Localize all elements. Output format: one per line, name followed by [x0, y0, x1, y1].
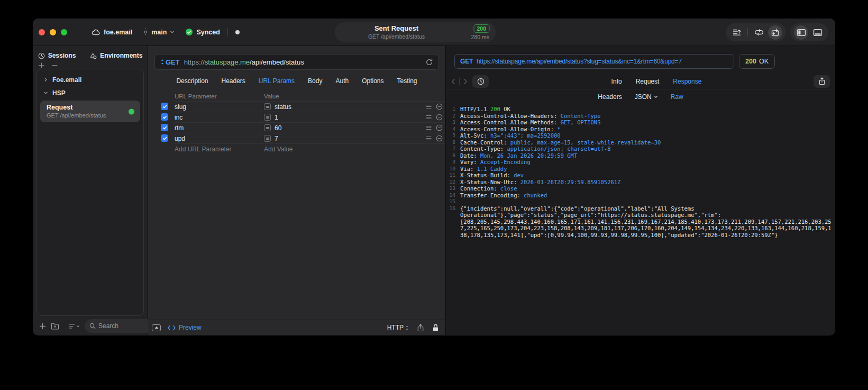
share-icon[interactable]	[417, 324, 424, 332]
request-editor-tab[interactable]: Options	[362, 77, 383, 85]
add-param-name-placeholder[interactable]: Add URL Parameter	[175, 146, 264, 153]
response-url[interactable]: https://statuspage.me/api/embed/status?s…	[477, 58, 682, 65]
add-request-icon[interactable]	[39, 323, 46, 330]
lock-icon[interactable]	[432, 324, 439, 332]
request-editor-tab[interactable]: URL Params	[259, 77, 295, 85]
export-response-icon[interactable]	[814, 75, 830, 88]
response-header-line: 4 Access-Control-Allow-Origin: *	[446, 126, 832, 133]
remove-param-icon[interactable]	[436, 103, 443, 110]
request-editor-tab[interactable]: Testing	[397, 77, 417, 85]
tab-sessions[interactable]: Sessions	[38, 52, 76, 59]
header-value: Accept-Encoding	[480, 159, 531, 165]
response-subtab[interactable]: JSON	[635, 93, 658, 101]
drag-handle-icon[interactable]	[426, 115, 432, 120]
unsaved-indicator-dot	[235, 30, 240, 34]
chevron-right-icon	[43, 77, 48, 82]
param-row[interactable]: upd 7	[148, 133, 445, 143]
sent-request-url-box[interactable]: GET https://statuspage.me/api/embed/stat…	[454, 54, 734, 69]
param-name[interactable]: upd	[175, 135, 264, 142]
param-enabled-checkbox[interactable]	[161, 103, 168, 110]
params-rows: slug status inc 1	[148, 101, 445, 143]
footer-right-controls: HTTP	[387, 324, 439, 332]
project-switcher[interactable]: foe.email	[92, 29, 132, 36]
drag-handle-icon[interactable]	[426, 136, 432, 141]
tab-environments[interactable]: Environments	[89, 52, 142, 59]
previous-response-icon[interactable]	[451, 78, 455, 85]
remove-param-icon[interactable]	[436, 135, 443, 142]
param-enabled-checkbox[interactable]	[161, 124, 168, 131]
header-value: chunked	[524, 192, 547, 198]
params-header-row: URL Parameter Value	[148, 92, 445, 101]
session-add-remove	[33, 61, 148, 69]
response-json-text: {"incidents":null,"overall":{"code":"ope…	[460, 205, 832, 239]
branch-icon	[143, 28, 148, 36]
save-response-icon[interactable]	[768, 25, 782, 40]
group-sort-icon[interactable]	[69, 323, 80, 329]
request-editor-tab[interactable]: Headers	[221, 77, 245, 85]
remove-param-icon[interactable]	[436, 124, 443, 131]
remove-param-icon[interactable]	[436, 114, 443, 121]
param-enabled-checkbox[interactable]	[161, 134, 168, 142]
response-subtab[interactable]: Raw	[671, 93, 683, 101]
param-enabled-checkbox[interactable]	[161, 113, 168, 121]
sidebar-layout-icon[interactable]	[794, 25, 808, 40]
request-summary-text: Sent Request GET /api/embed/status	[334, 24, 459, 40]
param-name[interactable]: rtm	[175, 124, 264, 132]
import-lines-icon[interactable]	[729, 25, 744, 40]
request-method[interactable]: GET	[166, 58, 180, 66]
preview-button[interactable]: Preview	[168, 324, 202, 331]
remove-session-icon[interactable]	[52, 62, 58, 68]
header-key: Content-Type:	[460, 146, 507, 152]
add-param-row[interactable]: Add URL Parameter Add Value	[148, 143, 445, 154]
response-tab[interactable]: Info	[611, 78, 622, 85]
param-value[interactable]: 7	[275, 135, 278, 142]
param-row[interactable]: slug status	[148, 101, 445, 112]
response-body[interactable]: 1 HTTP/1.1 200 OK 2 Access-Control-Allow…	[446, 103, 835, 335]
response-tab[interactable]: Request	[636, 78, 660, 85]
request-editor-tab[interactable]: Body	[308, 77, 322, 85]
sync-status-label: Synced	[196, 29, 220, 36]
drag-handle-icon[interactable]	[426, 125, 432, 130]
param-value[interactable]: 1	[275, 114, 278, 121]
param-name[interactable]: slug	[175, 103, 264, 111]
request-url-field[interactable]: GET https://statuspage.me/api/embed/stat…	[154, 54, 439, 70]
equals-icon	[264, 124, 271, 131]
branch-selector[interactable]: main	[143, 28, 175, 36]
response-tab[interactable]: Response	[673, 78, 701, 85]
header-value: Mon, 26 Jan 2026 20:29:59 GMT	[480, 152, 577, 159]
new-folder-icon[interactable]	[51, 322, 59, 330]
tree-group-foe-email[interactable]: Foe.email	[37, 73, 143, 86]
method-dropdown-arrows-icon[interactable]	[160, 59, 165, 65]
response-subtab[interactable]: Headers	[598, 93, 622, 101]
minimize-window-button[interactable]	[50, 29, 56, 35]
add-param-value-placeholder[interactable]: Add Value	[264, 146, 445, 153]
header-value: dev	[514, 172, 524, 178]
sync-loop-icon[interactable]	[752, 25, 766, 40]
request-item-subtitle: GET /api/embed/status	[47, 112, 134, 119]
param-name[interactable]: inc	[175, 114, 264, 121]
sync-status[interactable]: Synced	[185, 28, 220, 36]
request-editor-tab[interactable]: Auth	[335, 77, 349, 85]
request-list-item-selected[interactable]: Request GET /api/embed/status	[40, 101, 140, 122]
param-value[interactable]: 60	[275, 124, 281, 132]
request-summary-pill[interactable]: Sent Request GET /api/embed/status 200 2…	[334, 22, 496, 42]
param-value[interactable]: status	[275, 103, 291, 111]
zoom-window-button[interactable]	[61, 29, 67, 35]
request-editor-pane: GET https://statuspage.me/api/embed/stat…	[148, 46, 446, 335]
response-tabs: InfoRequestResponse	[611, 78, 702, 85]
refresh-icon[interactable]	[425, 58, 433, 66]
response-header-line: 9 Vary: Accept-Encoding	[446, 159, 832, 166]
drag-handle-icon[interactable]	[426, 104, 432, 109]
param-row[interactable]: rtm 60	[148, 122, 445, 133]
bottom-panel-layout-icon[interactable]	[810, 25, 825, 40]
protocol-selector[interactable]: HTTP	[387, 324, 409, 331]
history-clock-icon[interactable]	[472, 75, 489, 88]
next-response-icon[interactable]	[463, 78, 468, 85]
request-editor-tab[interactable]: Description	[176, 77, 208, 85]
param-row[interactable]: inc 1	[148, 112, 445, 122]
add-session-icon[interactable]	[39, 62, 44, 68]
close-window-button[interactable]	[39, 29, 45, 35]
tree-group-hsp[interactable]: HSP	[37, 86, 143, 99]
expand-panel-icon[interactable]	[152, 324, 161, 331]
header-value: 2026-01-26T20:29:59.859105261Z	[520, 179, 621, 185]
